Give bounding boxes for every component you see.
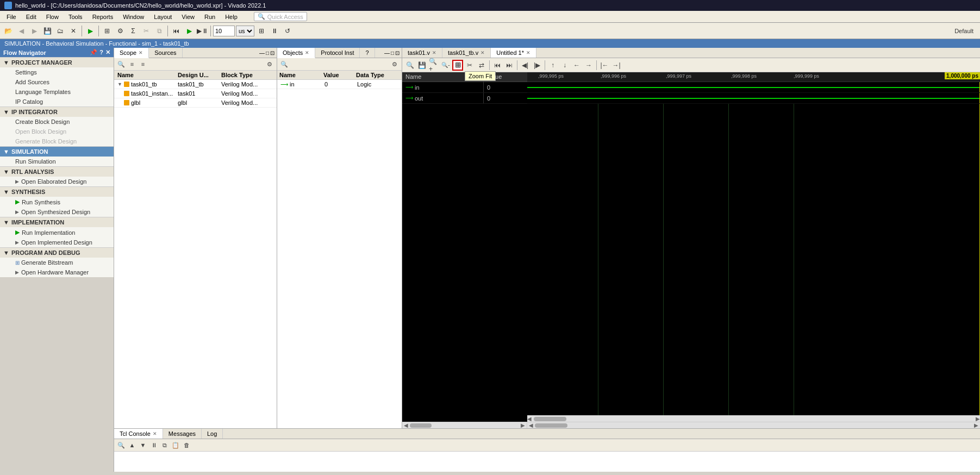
- objects-settings[interactable]: ⚙: [390, 59, 400, 69]
- nav-section-implementation[interactable]: ▼IMPLEMENTATION: [0, 217, 114, 227]
- menu-view[interactable]: View: [177, 12, 199, 21]
- tab-task01-tb-v-close[interactable]: ✕: [480, 50, 485, 55]
- console-pause-btn[interactable]: ⏸: [149, 440, 159, 450]
- flow-nav-close[interactable]: ✕: [105, 49, 110, 56]
- toolbar-forward[interactable]: ▶: [28, 25, 40, 37]
- waveform-save-btn[interactable]: 💾: [416, 60, 427, 71]
- nav-section-synthesis[interactable]: ▼SYNTHESIS: [0, 186, 114, 197]
- scope-maximize[interactable]: □: [266, 50, 269, 56]
- scroll-right-btn[interactable]: ▶: [976, 416, 980, 422]
- toolbar-save[interactable]: 💾: [41, 25, 53, 37]
- toolbar-pause-run[interactable]: ▶⏸: [196, 25, 208, 37]
- waveform-row-in[interactable]: ⟶ in 0: [402, 82, 527, 93]
- waveform-zoom-fit-btn[interactable]: ⊞: [452, 60, 463, 71]
- waveform-align-right-btn[interactable]: →|: [611, 60, 622, 71]
- console-filter-down[interactable]: ▼: [138, 440, 148, 450]
- waveform-scrollbar-h[interactable]: ◀ ▶: [527, 415, 980, 422]
- toolbar-back[interactable]: ◀: [15, 25, 27, 37]
- obj-maximize[interactable]: □: [391, 50, 394, 56]
- console-search-btn[interactable]: 🔍: [116, 440, 126, 450]
- toolbar-save-all[interactable]: 🗂: [54, 25, 66, 37]
- menu-layout[interactable]: Layout: [149, 12, 176, 21]
- tab-objects[interactable]: Objects ✕: [277, 48, 315, 58]
- menu-help[interactable]: Help: [221, 12, 242, 21]
- nav-item-language-templates[interactable]: Language Templates: [0, 87, 114, 97]
- tab-task01-v[interactable]: task01.v ✕: [402, 48, 442, 58]
- scope-row-glbl[interactable]: glbl glbl Verilog Mod...: [114, 98, 277, 108]
- menu-run[interactable]: Run: [200, 12, 220, 21]
- toolbar-sum[interactable]: Σ: [127, 25, 139, 37]
- waveform-next-edge-btn[interactable]: |▶: [532, 60, 542, 71]
- right-scroll-thumb[interactable]: [535, 423, 567, 428]
- nav-item-run-synthesis[interactable]: ▶Run Synthesis: [0, 197, 114, 207]
- obj-minimize[interactable]: —: [384, 50, 390, 56]
- scope-search-btn[interactable]: 🔍: [116, 59, 126, 69]
- waveform-row-out[interactable]: ⟶ out 0: [402, 93, 527, 104]
- tab-untitled-1-close[interactable]: ✕: [526, 50, 530, 55]
- time-value-input[interactable]: [213, 26, 235, 36]
- nav-item-open-elaborated-design[interactable]: ▶Open Elaborated Design: [0, 177, 114, 186]
- nav-section-project-manager[interactable]: ▼PROJECT MANAGER: [0, 57, 114, 67]
- tab-scope[interactable]: Scope ✕: [114, 48, 149, 58]
- console-paste-btn[interactable]: 📋: [171, 440, 180, 450]
- waveform-zoom-out-btn[interactable]: 🔍-: [440, 60, 451, 71]
- toolbar-run-for[interactable]: ⊞: [255, 25, 267, 37]
- waveform-contract-right-btn[interactable]: →: [583, 60, 594, 71]
- waveform-contract-left-btn[interactable]: ←: [571, 60, 582, 71]
- scroll-left-btn[interactable]: ◀: [527, 416, 532, 422]
- console-delete-btn[interactable]: 🗑: [182, 440, 191, 450]
- waveform-swap-btn[interactable]: ⇄: [476, 60, 487, 71]
- console-filter-up[interactable]: ▲: [127, 440, 137, 450]
- scope-row-task01-tb[interactable]: ▼ task01_tb task01_tb Verilog Mod...: [114, 80, 277, 89]
- toolbar-pause[interactable]: ⏸: [269, 25, 280, 37]
- toolbar-block-design[interactable]: ⊞: [101, 25, 113, 37]
- left-scroll-area[interactable]: ◀ ▶: [402, 422, 527, 428]
- tab-task01-tb-v[interactable]: task01_tb.v ✕: [442, 48, 491, 58]
- tab-scope-close[interactable]: ✕: [139, 50, 143, 55]
- scope-row-task01-instan[interactable]: task01_instan... task01 Verilog Mod...: [114, 89, 277, 98]
- right-scroll-left[interactable]: ◀: [527, 422, 535, 428]
- waveform-expand-up-btn[interactable]: ↑: [547, 60, 558, 71]
- menu-file[interactable]: File: [2, 12, 21, 21]
- nav-item-generate-bitstream[interactable]: ⊞Generate Bitstream: [0, 258, 114, 267]
- toolbar-copy2[interactable]: ⧉: [153, 25, 165, 37]
- flow-nav-pin[interactable]: 📌: [90, 49, 97, 56]
- toolbar-settings[interactable]: ⚙: [114, 25, 126, 37]
- right-scroll-area[interactable]: ◀ ▶: [527, 422, 980, 428]
- nav-item-settings[interactable]: Settings: [0, 67, 114, 77]
- time-unit-select[interactable]: us ns ps: [236, 26, 254, 36]
- nav-item-ip-catalog[interactable]: IP Catalog: [0, 97, 114, 107]
- left-scroll-thumb[interactable]: [410, 423, 432, 428]
- waveform-prev-edge-btn[interactable]: ◀|: [520, 60, 530, 71]
- waveform-go-start-btn[interactable]: ⏮: [492, 60, 503, 71]
- scroll-thumb[interactable]: [534, 417, 566, 421]
- toolbar-run[interactable]: ▶: [84, 25, 96, 37]
- menu-window[interactable]: Window: [118, 12, 148, 21]
- nav-section-program-debug[interactable]: ▼PROGRAM AND DEBUG: [0, 247, 114, 258]
- tab-tcl-console-close[interactable]: ✕: [153, 431, 157, 436]
- flow-nav-help[interactable]: ?: [99, 49, 103, 56]
- toolbar-restart[interactable]: ↺: [282, 25, 294, 37]
- tab-task01-v-close[interactable]: ✕: [432, 50, 436, 55]
- nav-item-run-simulation[interactable]: Run Simulation: [0, 157, 114, 166]
- tab-sources[interactable]: Sources: [149, 48, 182, 58]
- nav-item-open-synthesized-design[interactable]: ▶Open Synthesized Design: [0, 207, 114, 217]
- toolbar-close[interactable]: ✕: [67, 25, 79, 37]
- nav-section-simulation[interactable]: ▼SIMULATION: [0, 146, 114, 157]
- waveform-search-btn[interactable]: 🔍: [404, 60, 415, 71]
- obj-float[interactable]: ⊡: [395, 50, 400, 56]
- waveform-scissors-btn[interactable]: ✂: [464, 60, 475, 71]
- nav-item-add-sources[interactable]: Add Sources: [0, 77, 114, 87]
- scope-float[interactable]: ⊡: [270, 50, 274, 56]
- waveform-expand-down-btn[interactable]: ↓: [559, 60, 570, 71]
- menu-flow[interactable]: Flow: [42, 12, 63, 21]
- toolbar-open[interactable]: 📂: [2, 25, 14, 37]
- toolbar-prev[interactable]: ⏮: [170, 25, 182, 37]
- waveform-display-area[interactable]: 1,000,000 ps ,999,995 ps ,999,996 ps ,99…: [527, 72, 980, 422]
- nav-section-rtl-analysis[interactable]: ▼RTL ANALYSIS: [0, 166, 114, 177]
- nav-item-create-block-design[interactable]: Create Block Design: [0, 117, 114, 127]
- obj-row-in[interactable]: ⟶ in 0 Logic: [277, 80, 402, 89]
- nav-item-open-hardware-manager[interactable]: ▶Open Hardware Manager: [0, 267, 114, 277]
- waveform-zoom-in-btn[interactable]: 🔍+: [428, 60, 439, 71]
- tab-messages[interactable]: Messages: [163, 429, 202, 439]
